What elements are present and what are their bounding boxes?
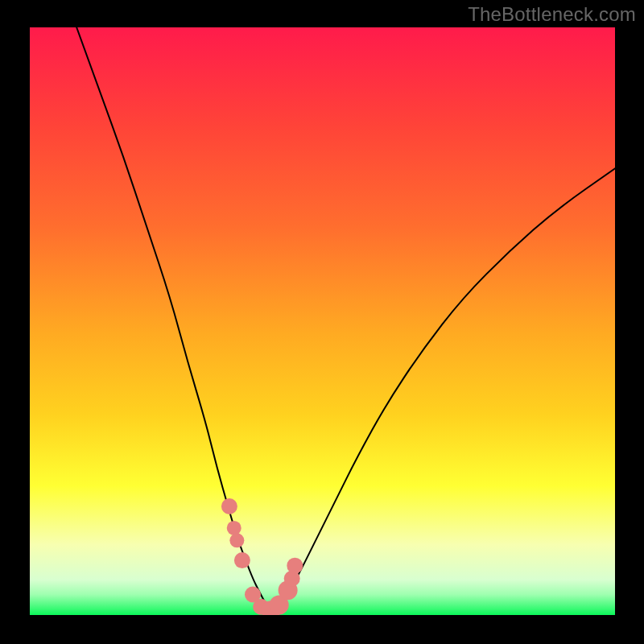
chart-frame: TheBottleneck.com — [0, 0, 644, 644]
watermark-label: TheBottleneck.com — [468, 3, 636, 26]
chart-svg — [30, 27, 615, 615]
marker-point — [227, 521, 242, 535]
marker-point — [229, 533, 244, 547]
chart-plot-area — [30, 27, 615, 615]
marker-point — [287, 558, 303, 574]
marker-point — [234, 552, 250, 568]
marker-point — [221, 498, 237, 514]
